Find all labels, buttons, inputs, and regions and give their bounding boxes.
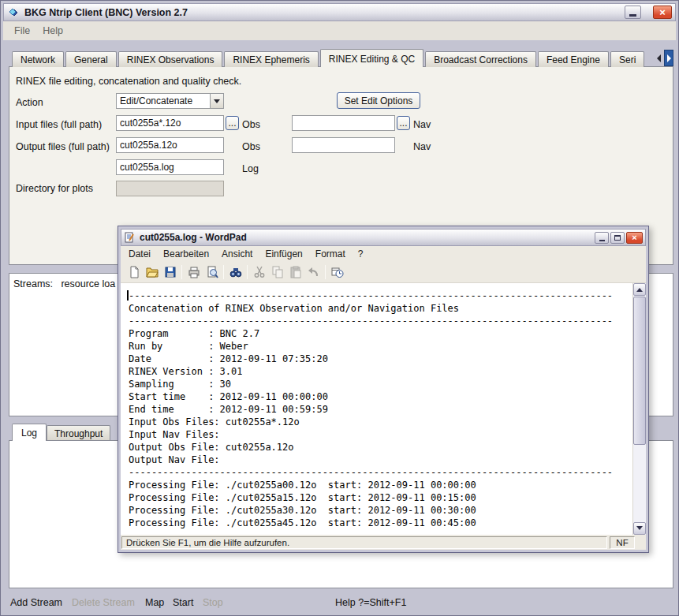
wordpad-minimize-button[interactable] [595, 232, 609, 244]
input-files-label: Input files (full path) [16, 119, 102, 130]
print-preview-icon[interactable] [203, 264, 221, 281]
cut-icon [250, 264, 268, 281]
action-selected-value: Edit/Concatenate [117, 94, 210, 108]
open-folder-icon[interactable] [143, 264, 161, 281]
output-nav-suffix-label: Nav [413, 141, 431, 152]
tab-network[interactable]: Network [12, 51, 64, 67]
wordpad-window-title: cut0255a.log - WordPad [140, 232, 593, 243]
close-icon: × [659, 6, 666, 18]
menu-file[interactable]: File [8, 23, 36, 39]
input-obs-field[interactable] [116, 115, 224, 131]
copy-icon [268, 264, 286, 281]
tab-log[interactable]: Log [12, 424, 47, 441]
scrollbar-track[interactable] [633, 445, 646, 522]
tab-serial[interactable]: Seri [610, 51, 644, 67]
action-label: Action [16, 97, 43, 108]
help-shortcut-label[interactable]: Help ?=Shift+F1 [335, 597, 406, 608]
output-log-suffix-label: Log [242, 163, 259, 174]
toolbar-separator [247, 265, 248, 279]
maximize-icon [614, 235, 621, 241]
insert-datetime-icon[interactable] [328, 264, 346, 281]
set-edit-options-button[interactable]: Set Edit Options [337, 92, 420, 109]
input-nav-browse-button[interactable]: ... [397, 116, 410, 130]
wp-menu-hilfe[interactable]: ? [352, 247, 370, 261]
print-icon[interactable] [185, 264, 203, 281]
arrow-down-icon [636, 526, 643, 533]
scroll-up-button[interactable] [633, 283, 646, 296]
plots-directory-field [116, 181, 224, 196]
vertical-scrollbar[interactable] [632, 283, 646, 535]
main-titlebar[interactable]: BKG Ntrip Client (BNC) Version 2.7 × [3, 3, 676, 21]
wordpad-document-area: ----------------------------------------… [121, 283, 646, 535]
menu-help[interactable]: Help [36, 23, 69, 39]
tab-broadcast-corrections[interactable]: Broadcast Corrections [425, 51, 536, 67]
output-obs-field[interactable] [116, 137, 224, 153]
map-button[interactable]: Map [145, 597, 164, 608]
toolbar-separator [223, 265, 224, 279]
bnc-main-window: BKG Ntrip Client (BNC) Version 2.7 × Fil… [0, 0, 679, 616]
tab-rinex-observations[interactable]: RINEX Observations [118, 51, 223, 67]
undo-icon [304, 264, 323, 281]
action-select[interactable]: Edit/Concatenate [116, 93, 224, 109]
input-obs-browse-button[interactable]: ... [226, 116, 239, 130]
footer-toolbar: Add Stream Delete Stream Map Start Stop … [1, 591, 678, 614]
main-menubar: File Help [3, 21, 676, 40]
tab-scroll-right-button[interactable] [664, 50, 673, 66]
wordpad-menubar: Datei Bearbeiten Ansicht Einfügen Format… [121, 246, 646, 262]
wordpad-document-text[interactable]: ----------------------------------------… [121, 283, 632, 535]
action-dropdown-button[interactable] [210, 94, 223, 108]
wordpad-app-icon [124, 232, 135, 243]
wordpad-toolbar [121, 262, 646, 283]
close-icon: × [632, 233, 636, 242]
wp-menu-datei[interactable]: Datei [122, 247, 157, 261]
chevron-left-icon [657, 54, 661, 62]
save-icon[interactable] [161, 264, 179, 281]
tab-scroll-left-button[interactable] [654, 50, 663, 66]
statusbar-message: Drücken Sie F1, um die Hilfe aufzurufen. [121, 536, 607, 549]
wp-menu-format[interactable]: Format [309, 247, 352, 261]
wp-menu-ansicht[interactable]: Ansicht [215, 247, 259, 261]
stop-button: Stop [203, 597, 223, 608]
output-nav-field[interactable] [292, 137, 395, 153]
wordpad-window: cut0255a.log - WordPad × Datei Bearbeite… [118, 226, 649, 553]
new-document-icon[interactable] [125, 264, 143, 281]
scroll-down-button[interactable] [633, 522, 646, 535]
statusbar-nf-indicator: NF [610, 536, 635, 549]
text-caret [127, 290, 129, 301]
tab-rinex-editing-qc[interactable]: RINEX Editing & QC [320, 49, 423, 67]
wp-menu-bearbeiten[interactable]: Bearbeiten [157, 247, 215, 261]
plots-directory-label: Directory for plots [16, 183, 93, 194]
wordpad-maximize-button[interactable] [610, 232, 625, 244]
output-files-label: Output files (full path) [16, 141, 110, 152]
tab-rinex-ephemeris[interactable]: RINEX Ephemeris [224, 51, 318, 67]
wordpad-close-button[interactable]: × [626, 232, 643, 244]
panel-description: RINEX file editing, concatenation and qu… [16, 76, 241, 87]
toolbar-separator [181, 265, 182, 279]
output-log-field[interactable] [116, 159, 224, 175]
wp-menu-einfuegen[interactable]: Einfügen [259, 247, 308, 261]
arrow-up-icon [636, 285, 643, 292]
input-nav-field[interactable] [292, 115, 395, 131]
chevron-down-icon [214, 99, 220, 106]
minimize-icon [599, 240, 605, 241]
bnc-app-icon [7, 6, 20, 19]
output-obs-suffix-label: Obs [242, 141, 260, 152]
delete-stream-button: Delete Stream [72, 597, 135, 608]
streams-header-label: Streams: resource loa [13, 278, 115, 289]
scrollbar-thumb[interactable] [633, 297, 646, 445]
start-button[interactable]: Start [173, 597, 193, 608]
find-icon[interactable] [226, 264, 244, 281]
close-button[interactable]: × [653, 6, 672, 19]
tab-throughput[interactable]: Throughput [47, 425, 110, 441]
minimize-icon [629, 14, 636, 17]
main-tabbar: Network General RINEX Observations RINEX… [12, 49, 646, 67]
add-stream-button[interactable]: Add Stream [10, 597, 62, 608]
wordpad-statusbar: Drücken Sie F1, um die Hilfe aufzurufen.… [121, 535, 646, 550]
toolbar-separator [325, 265, 326, 279]
wordpad-titlebar[interactable]: cut0255a.log - WordPad × [121, 229, 646, 246]
minimize-button[interactable] [625, 6, 641, 19]
tab-feed-engine[interactable]: Feed Engine [538, 51, 609, 67]
input-obs-suffix-label: Obs [242, 119, 260, 130]
chevron-right-icon [667, 54, 671, 62]
tab-general[interactable]: General [65, 51, 117, 67]
